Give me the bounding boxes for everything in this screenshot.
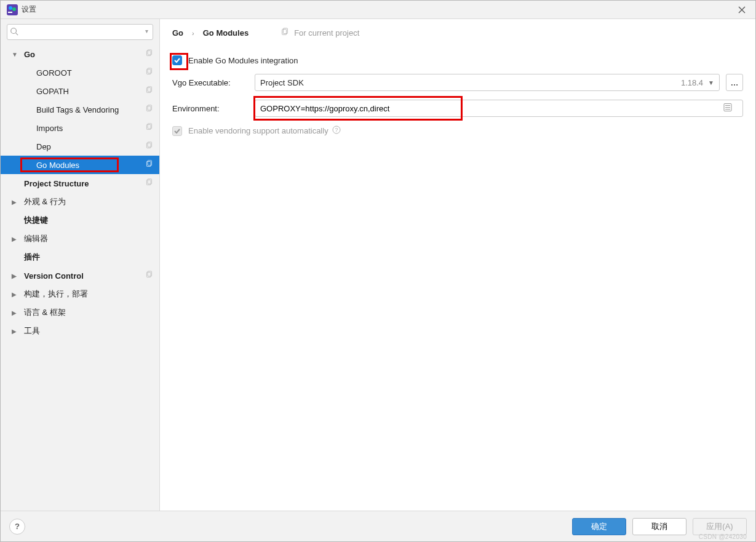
chevron-right-icon: › xyxy=(189,30,197,37)
sidebar: ▾ ▼GoGOROOTGOPATHBuild Tags & VendoringI… xyxy=(1,19,160,511)
svg-point-3 xyxy=(12,7,16,11)
sidebar-item-label: 工具 xyxy=(24,325,159,337)
sidebar-item-label: Imports xyxy=(36,124,159,133)
copy-icon xyxy=(145,123,153,133)
vgo-version: 1.18.4 xyxy=(676,78,708,87)
sidebar-item-label: 插件 xyxy=(24,252,159,263)
vgo-value: Project SDK xyxy=(260,78,676,87)
svg-text:?: ? xyxy=(335,127,338,133)
search-wrap: ▾ xyxy=(1,19,159,44)
sidebar-item-label: 外观 & 行为 xyxy=(24,196,159,207)
sidebar-item--[interactable]: ▶构建，执行，部署 xyxy=(1,285,159,303)
sidebar-item-gopath[interactable]: GOPATH xyxy=(1,82,159,100)
cancel-button[interactable]: 取消 xyxy=(632,518,686,535)
copy-icon xyxy=(145,105,153,114)
sidebar-item--[interactable]: ▶工具 xyxy=(1,322,159,340)
settings-window: 设置 ▾ ▼GoGOROOTGOPATHBuild Tags & Vendori… xyxy=(0,0,756,542)
crumb-go-modules: Go Modules xyxy=(203,28,249,38)
breadcrumb: Go › Go Modules For current project xyxy=(160,19,755,44)
sidebar-item-label: 快捷键 xyxy=(24,215,159,226)
settings-tree: ▼GoGOROOTGOPATHBuild Tags & VendoringImp… xyxy=(1,44,159,511)
vgo-label: Vgo Executable: xyxy=(172,78,255,87)
sidebar-item-version-control[interactable]: ▶Version Control xyxy=(1,266,159,285)
help-icon[interactable]: ? xyxy=(332,126,341,136)
environment-input[interactable] xyxy=(255,100,743,117)
row-vgo: Vgo Executable: Project SDK 1.18.4 ▼ … xyxy=(172,74,743,91)
sidebar-item-label: Go Modules xyxy=(36,161,159,170)
apply-button: 应用(A) xyxy=(693,518,747,535)
row-enable: Enable Go Modules integration xyxy=(172,55,743,65)
sidebar-item--[interactable]: ▶编辑器 xyxy=(1,229,159,248)
list-icon[interactable] xyxy=(723,103,732,114)
goland-app-icon xyxy=(7,4,18,15)
svg-line-5 xyxy=(16,33,18,36)
svg-point-2 xyxy=(9,6,12,10)
sidebar-item-label: Build Tags & Vendoring xyxy=(36,105,159,114)
sidebar-item-label: GOROOT xyxy=(36,68,159,78)
scope-text: For current project xyxy=(294,28,359,38)
sidebar-item-goroot[interactable]: GOROOT xyxy=(1,63,159,82)
env-input-wrap xyxy=(255,100,743,117)
sidebar-item-go[interactable]: ▼Go xyxy=(1,45,159,63)
form: Enable Go Modules integration Vgo Execut… xyxy=(160,44,755,147)
chevron-down-icon: ▼ xyxy=(708,79,714,86)
copy-icon xyxy=(145,68,153,78)
body: ▾ ▼GoGOROOTGOPATHBuild Tags & VendoringI… xyxy=(1,19,755,511)
sidebar-item-go-modules[interactable]: Go Modules xyxy=(1,156,159,174)
sidebar-item--[interactable]: ▶语言 & 框架 xyxy=(1,303,159,322)
enable-label: Enable Go Modules integration xyxy=(188,56,298,65)
expander-icon: ▶ xyxy=(12,309,20,316)
sidebar-item--[interactable]: ▶外观 & 行为 xyxy=(1,193,159,211)
crumb-go[interactable]: Go xyxy=(172,28,183,38)
svg-point-4 xyxy=(11,28,17,34)
scope-label: For current project xyxy=(281,28,359,38)
main-panel: Go › Go Modules For current project Enab xyxy=(160,19,755,511)
footer: ? 确定 取消 应用(A) xyxy=(1,511,755,541)
expander-icon: ▶ xyxy=(12,291,20,298)
copy-icon xyxy=(145,49,153,59)
sidebar-item-build-tags-vendoring[interactable]: Build Tags & Vendoring xyxy=(1,100,159,119)
copy-icon xyxy=(145,160,153,170)
vgo-select[interactable]: Project SDK 1.18.4 ▼ xyxy=(255,74,720,91)
vendoring-label: Enable vendoring support automatically xyxy=(188,126,328,135)
search-input[interactable] xyxy=(7,24,153,40)
watermark: CSDN @242030 xyxy=(699,533,747,540)
row-vendoring: Enable vendoring support automatically ? xyxy=(172,126,743,136)
vgo-select-wrap: Project SDK 1.18.4 ▼ … xyxy=(255,74,743,91)
sidebar-item-label: 编辑器 xyxy=(24,233,159,244)
window-title: 设置 xyxy=(22,4,732,15)
env-label: Environment: xyxy=(172,104,255,113)
search-icon xyxy=(10,27,18,38)
sidebar-item-imports[interactable]: Imports xyxy=(1,119,159,137)
ok-button[interactable]: 确定 xyxy=(572,518,626,535)
copy-icon xyxy=(281,28,289,38)
copy-icon xyxy=(145,86,153,96)
expander-icon: ▼ xyxy=(12,51,20,58)
copy-icon xyxy=(145,178,153,188)
sidebar-item-project-structure[interactable]: Project Structure xyxy=(1,174,159,193)
sidebar-item-label: Go xyxy=(24,50,159,59)
expander-icon: ▶ xyxy=(12,273,20,279)
svg-rect-0 xyxy=(7,4,18,15)
close-button[interactable] xyxy=(732,1,752,19)
expander-icon: ▶ xyxy=(12,236,20,242)
sidebar-item-dep[interactable]: Dep xyxy=(1,137,159,156)
sidebar-item-label: Version Control xyxy=(24,271,159,281)
sidebar-item--[interactable]: 快捷键 xyxy=(1,211,159,229)
search-history-icon[interactable]: ▾ xyxy=(145,28,148,34)
expander-icon: ▶ xyxy=(12,199,20,205)
vendoring-checkbox xyxy=(172,126,182,136)
svg-rect-1 xyxy=(8,12,12,13)
sidebar-item--[interactable]: 插件 xyxy=(1,248,159,266)
sidebar-item-label: 构建，执行，部署 xyxy=(24,289,159,300)
copy-icon xyxy=(145,271,153,281)
sidebar-item-label: Dep xyxy=(36,142,159,151)
vgo-browse-button[interactable]: … xyxy=(726,74,743,91)
enable-go-modules-checkbox[interactable] xyxy=(172,55,182,65)
copy-icon xyxy=(145,141,153,151)
search-box: ▾ xyxy=(7,24,153,40)
sidebar-item-label: GOPATH xyxy=(36,87,159,96)
help-button[interactable]: ? xyxy=(9,519,25,535)
sidebar-item-label: Project Structure xyxy=(24,179,159,188)
sidebar-item-label: 语言 & 框架 xyxy=(24,307,159,318)
